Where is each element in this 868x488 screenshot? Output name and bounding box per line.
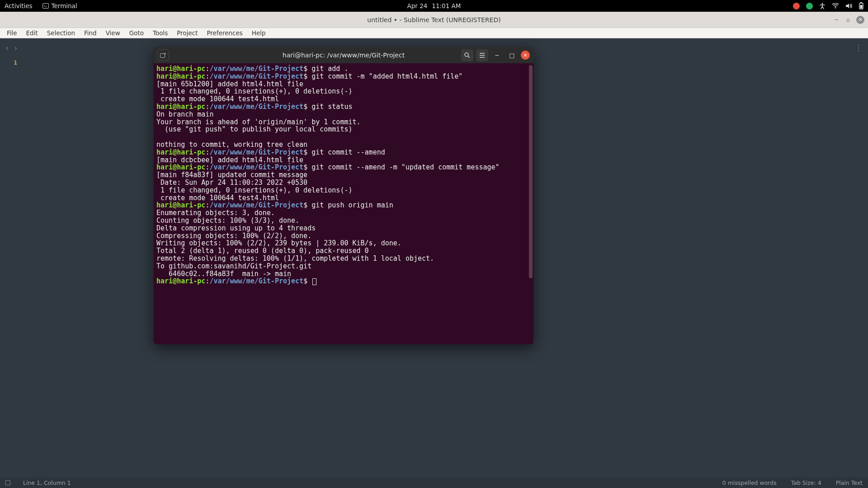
terminal-icon (42, 3, 49, 9)
line-number: 1 (0, 59, 17, 66)
close-icon[interactable]: ✕ (856, 16, 864, 24)
tab-history-nav: ‹ › (5, 43, 17, 52)
active-app-label: Terminal (52, 2, 77, 9)
time-label: 11:01 AM (432, 2, 461, 9)
search-button[interactable] (461, 49, 473, 61)
minimize-icon[interactable]: ─ (833, 16, 840, 23)
hamburger-menu-button[interactable] (476, 49, 488, 61)
cursor-position-label[interactable]: Line 1, Column 1 (23, 479, 71, 486)
menu-preferences[interactable]: Preferences (203, 28, 246, 38)
date-label: Apr 24 (407, 2, 428, 9)
menu-tools[interactable]: Tools (149, 28, 172, 38)
volume-icon[interactable] (845, 3, 853, 9)
terminal-title-label: hari@hari-pc: /var/www/me/Git-Project (283, 52, 405, 59)
accessibility-icon[interactable] (819, 3, 826, 9)
sublime-titlebar[interactable]: untitled • - Sublime Text (UNREGISTERED)… (0, 12, 868, 28)
new-tab-button[interactable] (157, 49, 169, 61)
minimize-button[interactable]: ─ (491, 49, 503, 61)
terminal-window: hari@hari-pc: /var/www/me/Git-Project ─ … (154, 47, 533, 344)
sublime-menubar: FileEditSelectionFindViewGotoToolsProjec… (0, 28, 868, 38)
menu-project[interactable]: Project (173, 28, 202, 38)
svg-rect-6 (160, 54, 165, 58)
clock[interactable]: Apr 24 11:01 AM (407, 2, 461, 9)
svg-point-1 (821, 3, 823, 4)
scrollbar[interactable] (529, 65, 533, 278)
svg-rect-0 (42, 4, 48, 9)
status-indicator-red-icon[interactable] (793, 3, 800, 9)
gutter: 1 (0, 38, 24, 477)
syntax-label[interactable]: Plain Text (836, 479, 863, 486)
battery-icon[interactable] (859, 2, 863, 9)
wifi-icon[interactable] (832, 3, 839, 9)
svg-point-7 (465, 53, 468, 56)
spellcheck-label[interactable]: 0 misspelled words (722, 479, 777, 486)
svg-rect-4 (860, 2, 862, 3)
menu-help[interactable]: Help (248, 28, 270, 38)
menu-goto[interactable]: Goto (125, 28, 148, 38)
menu-selection[interactable]: Selection (43, 28, 79, 38)
status-indicator-green-icon[interactable] (806, 3, 813, 9)
gnome-topbar: Activities Terminal Apr 24 11:01 AM (0, 0, 868, 12)
sublime-title-label: untitled • - Sublime Text (UNREGISTERED) (367, 16, 500, 23)
svg-rect-5 (860, 5, 863, 9)
maximize-icon[interactable]: ▫ (844, 16, 852, 23)
terminal-titlebar[interactable]: hari@hari-pc: /var/www/me/Git-Project ─ … (154, 47, 533, 63)
sublime-statusbar: Line 1, Column 1 0 misspelled words Tab … (0, 477, 868, 488)
svg-point-2 (835, 7, 836, 8)
activities-button[interactable]: Activities (5, 2, 33, 9)
panel-switcher-icon[interactable] (5, 480, 10, 485)
menu-view[interactable]: View (102, 28, 124, 38)
more-icon[interactable]: ⋮ (854, 43, 862, 52)
maximize-button[interactable]: □ (506, 49, 518, 61)
menu-edit[interactable]: Edit (22, 28, 42, 38)
nav-forward-icon[interactable]: › (14, 43, 17, 52)
close-button[interactable]: ✕ (521, 51, 530, 60)
menu-file[interactable]: File (3, 28, 21, 38)
menu-find[interactable]: Find (80, 28, 101, 38)
indent-label[interactable]: Tab Size: 4 (791, 479, 821, 486)
active-app-terminal[interactable]: Terminal (42, 2, 77, 9)
terminal-output[interactable]: hari@hari-pc:/var/www/me/Git-Project$ gi… (154, 63, 533, 344)
nav-back-icon[interactable]: ‹ (5, 43, 9, 52)
